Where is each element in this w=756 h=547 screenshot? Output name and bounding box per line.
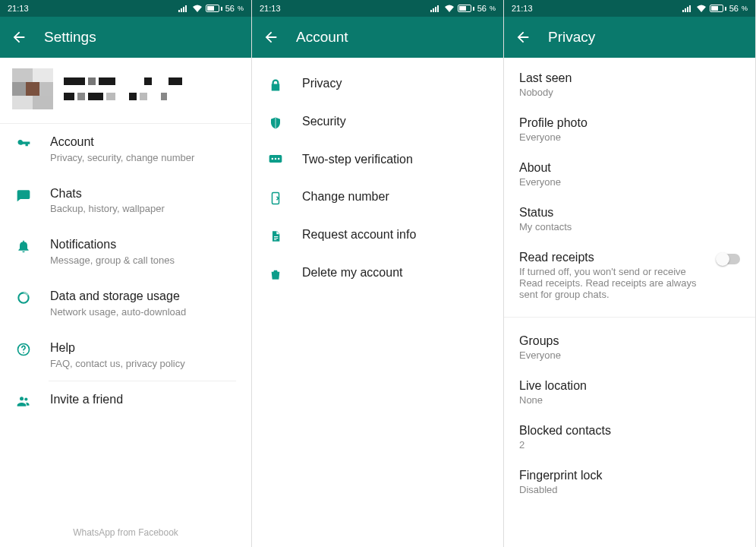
item-title: Account	[50, 134, 239, 150]
item-title: Two-step verification	[302, 152, 491, 168]
status-icons: 56%	[430, 4, 496, 13]
battery-percent: 56	[225, 4, 235, 13]
svg-rect-9	[430, 10, 432, 12]
privacy-item-groups[interactable]: Groups Everyone	[504, 325, 755, 370]
back-button[interactable]	[11, 29, 27, 46]
signal-icon	[178, 5, 189, 12]
item-title: About	[519, 161, 740, 175]
item-subtitle: Everyone	[519, 131, 740, 143]
screen-title: Privacy	[548, 29, 595, 46]
account-item-changenumber[interactable]: Change number	[252, 179, 503, 217]
privacy-item-readreceipts[interactable]: Read receipts If turned off, you won't s…	[504, 242, 755, 309]
item-title: Invite a friend	[50, 392, 239, 408]
svg-rect-19	[274, 238, 278, 239]
screen-title: Account	[296, 29, 348, 46]
chat-icon	[15, 186, 32, 203]
profile-row[interactable]	[0, 58, 251, 124]
wifi-icon	[192, 5, 203, 13]
item-title: Help	[50, 340, 239, 356]
svg-rect-18	[274, 236, 278, 237]
footer-text: WhatsApp from Facebook	[0, 527, 251, 538]
settings-item-notifications[interactable]: Notifications Message, group & call tone…	[0, 226, 251, 278]
svg-rect-24	[689, 5, 691, 12]
privacy-screen: 21:13 56% Privacy Last seen Nobody Profi…	[504, 0, 756, 547]
account-item-requestinfo[interactable]: Request account info	[252, 217, 503, 255]
item-title: Change number	[302, 189, 491, 205]
privacy-item-blocked[interactable]: Blocked contacts 2	[504, 415, 755, 460]
status-time: 21:13	[260, 4, 281, 13]
settings-item-chats[interactable]: Chats Backup, history, wallpaper	[0, 175, 251, 227]
pin-icon	[267, 152, 284, 164]
account-item-security[interactable]: Security	[252, 103, 503, 141]
item-title: Groups	[519, 334, 740, 348]
privacy-item-lastseen[interactable]: Last seen Nobody	[504, 62, 755, 107]
help-icon	[15, 340, 32, 357]
arrow-back-icon	[263, 29, 279, 46]
item-title: Privacy	[302, 76, 491, 92]
status-time: 21:13	[512, 4, 533, 13]
status-time: 21:13	[8, 4, 29, 13]
svg-rect-22	[685, 8, 686, 12]
settings-item-data[interactable]: Data and storage usage Network usage, au…	[0, 278, 251, 330]
item-title: Blocked contacts	[519, 424, 740, 438]
shield-icon	[267, 114, 284, 131]
item-subtitle: My contacts	[519, 221, 740, 232]
item-title: Security	[302, 114, 491, 130]
item-subtitle: Everyone	[519, 349, 740, 361]
app-bar: Account	[252, 17, 503, 58]
key-icon	[15, 134, 32, 151]
item-subtitle: Everyone	[519, 176, 740, 188]
wifi-icon	[696, 5, 707, 13]
data-usage-icon	[15, 289, 32, 305]
svg-rect-23	[687, 7, 688, 12]
account-item-twostep[interactable]: Two-step verification	[252, 141, 503, 179]
item-title: Read receipts	[519, 251, 710, 264]
privacy-item-status[interactable]: Status My contacts	[504, 197, 755, 242]
svg-rect-2	[183, 7, 184, 12]
svg-rect-3	[185, 5, 187, 12]
item-subtitle: Backup, history, wallpaper	[50, 203, 239, 216]
item-title: Last seen	[519, 71, 740, 85]
item-title: Data and storage usage	[50, 289, 239, 305]
svg-point-8	[24, 398, 27, 401]
privacy-item-about[interactable]: About Everyone	[504, 152, 755, 197]
item-title: Notifications	[50, 237, 239, 253]
item-subtitle: Privacy, security, change number	[50, 152, 239, 165]
back-button[interactable]	[263, 29, 279, 46]
settings-screen: 21:13 56% Settings	[0, 0, 252, 547]
privacy-item-livelocation[interactable]: Live location None	[504, 370, 755, 415]
item-subtitle: Message, group & call tones	[50, 255, 239, 267]
signal-icon	[682, 5, 693, 12]
svg-rect-11	[435, 7, 436, 12]
privacy-item-fingerprint[interactable]: Fingerprint lock Disabled	[504, 460, 755, 504]
svg-point-7	[20, 397, 24, 401]
signal-icon	[430, 5, 441, 12]
settings-item-account[interactable]: Account Privacy, security, change number	[0, 124, 251, 175]
read-receipts-toggle[interactable]	[717, 254, 740, 264]
status-bar: 21:13 56%	[504, 0, 755, 17]
status-icons: 56%	[682, 4, 748, 13]
avatar	[12, 68, 53, 109]
item-title: Chats	[50, 186, 239, 202]
item-subtitle: FAQ, contact us, privacy policy	[50, 358, 239, 371]
account-item-delete[interactable]: Delete my account	[252, 255, 503, 292]
item-subtitle: Nobody	[519, 87, 740, 98]
arrow-back-icon	[515, 29, 531, 46]
people-icon	[15, 392, 32, 409]
app-bar: Settings	[0, 17, 251, 58]
item-subtitle: 2	[519, 439, 740, 451]
status-bar: 21:13 56%	[0, 0, 251, 17]
account-item-privacy[interactable]: Privacy	[252, 65, 503, 103]
lock-icon	[267, 76, 284, 93]
divider	[504, 317, 755, 318]
settings-item-help[interactable]: Help FAQ, contact us, privacy policy	[0, 330, 251, 381]
status-icons: 56%	[178, 4, 244, 13]
privacy-item-profilephoto[interactable]: Profile photo Everyone	[504, 107, 755, 152]
back-button[interactable]	[515, 29, 531, 46]
phone-swap-icon	[267, 189, 284, 206]
settings-item-invite[interactable]: Invite a friend	[0, 381, 251, 419]
item-subtitle: If turned off, you won't send or receive…	[519, 266, 710, 300]
item-title: Fingerprint lock	[519, 469, 740, 482]
svg-point-16	[278, 158, 280, 160]
status-bar: 21:13 56%	[252, 0, 503, 17]
